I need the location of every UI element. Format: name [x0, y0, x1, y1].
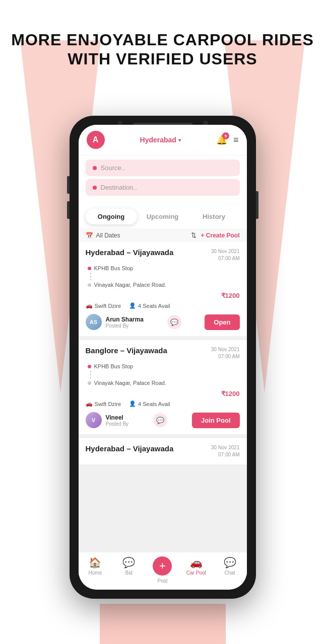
from-label: KPHB Bus Stop — [94, 265, 134, 271]
ride-card: Hyderabad – Vijayawada 30 Nov 2021 07:00… — [79, 242, 247, 336]
nav-home[interactable]: 🏠 Home — [79, 556, 112, 584]
nav-bid-label: Bid — [125, 570, 132, 576]
from-label: KPHB Bus Stop — [94, 363, 134, 369]
car-info: 🚗 Swift Dzire — [86, 400, 121, 407]
nav-carpool-label: Car Pool — [186, 570, 206, 576]
to-label: Vinayak Nagar, Palace Road. — [94, 282, 167, 288]
app-logo: A — [87, 131, 105, 149]
ride-meta: 🚗 Swift Dzire 👤 4 Seats Avail — [86, 400, 240, 407]
location-selector[interactable]: Hyderabad ▾ — [140, 136, 181, 144]
post-add-icon: + — [153, 556, 172, 576]
destination-placeholder: Destination.. — [101, 184, 137, 191]
join-pool-button[interactable]: Join Pool — [192, 413, 240, 428]
ride-card: Banglore – Vijayawada 30 Nov 2021 07:00 … — [79, 340, 247, 434]
stop-dot-to — [88, 381, 91, 385]
ride-route: Banglore – Vijayawada — [86, 346, 167, 355]
seats-label: 4 Seats Avail — [138, 401, 170, 407]
poster-info: V Vineel Posted By — [86, 412, 129, 428]
open-button[interactable]: Open — [205, 314, 239, 330]
stop-from: KPHB Bus Stop — [88, 265, 240, 271]
header-actions: 🔔 5 ≡ — [216, 134, 239, 145]
ride-price: ₹1200 — [86, 292, 240, 299]
seats-info: 👤 4 Seats Avail — [129, 302, 170, 309]
app-header: A Hyderabad ▾ 🔔 5 ≡ — [79, 125, 247, 155]
calendar-icon: 📅 — [86, 232, 93, 239]
chat-nav-icon: 💬 — [224, 556, 236, 569]
ride-header: Hyderabad – Vijayawada 30 Nov 2021 07:00… — [86, 248, 240, 262]
poster-name: Arun Sharma — [106, 316, 144, 323]
poster-name: Vineel — [106, 414, 129, 421]
stop-line — [90, 273, 91, 281]
home-icon: 🏠 — [89, 556, 101, 569]
page-header: MORE ENJOYABLE CARPOOL RIDES WITH VERIFI… — [0, 30, 325, 69]
search-area: Source.. Destination.. — [79, 155, 247, 205]
tab-ongoing[interactable]: Ongoing — [86, 209, 137, 224]
create-pool-button[interactable]: + Create Pool — [201, 232, 239, 239]
poster-label: Posted By — [106, 421, 129, 427]
nav-chat[interactable]: 💬 Chat — [213, 556, 247, 584]
headline: MORE ENJOYABLE CARPOOL RIDES WITH VERIFI… — [0, 30, 325, 69]
avatar: V — [86, 412, 102, 428]
chevron-down-icon: ▾ — [178, 137, 181, 143]
ride-time: 07:00 AM — [211, 451, 240, 458]
ride-footer: AS Arun Sharma Posted By 💬 Open — [86, 314, 240, 330]
source-field[interactable]: Source.. — [86, 159, 240, 176]
ride-footer: V Vineel Posted By 💬 Join Pool — [86, 412, 240, 428]
chat-button[interactable]: 💬 — [153, 413, 167, 427]
ride-stops: KPHB Bus Stop Vinayak Nagar, Palace Road… — [88, 363, 240, 386]
ride-date: 30 Nov 2021 — [211, 248, 240, 255]
stop-line — [90, 371, 91, 379]
ride-datetime: 30 Nov 2021 07:00 AM — [211, 346, 240, 360]
filter-right: ⇅ + Create Pool — [191, 231, 239, 239]
ride-route: Hyderabad – Vijayawada — [86, 444, 174, 453]
seats-icon: 👤 — [129, 302, 136, 309]
nav-post[interactable]: + Post — [146, 556, 179, 584]
chat-button[interactable]: 💬 — [167, 315, 181, 329]
ride-date: 30 Nov 2021 — [211, 444, 240, 451]
nav-carpool[interactable]: 🚗 Car Pool — [179, 556, 213, 584]
date-filter[interactable]: 📅 All Dates — [86, 232, 120, 239]
ride-date: 30 Nov 2021 — [211, 346, 240, 353]
ride-datetime: 30 Nov 2021 07:00 AM — [211, 248, 240, 262]
date-label: All Dates — [96, 232, 120, 239]
seats-label: 4 Seats Avail — [138, 303, 170, 309]
headline-line2: WITH VERIFIED USERS — [68, 50, 257, 68]
destination-field[interactable]: Destination.. — [86, 179, 240, 196]
ride-price: ₹1200 — [86, 390, 240, 397]
nav-bid[interactable]: 💬 Bid — [112, 556, 146, 584]
poster-details: Vineel Posted By — [106, 414, 129, 427]
carpool-icon: 🚗 — [190, 556, 203, 569]
car-info: 🚗 Swift Dzire — [86, 302, 121, 309]
poster-details: Arun Sharma Posted By — [106, 316, 144, 329]
stop-dot-from — [88, 267, 91, 270]
ride-stops: KPHB Bus Stop Vinayak Nagar, Palace Road… — [88, 265, 240, 288]
stop-to: Vinayak Nagar, Palace Road. — [88, 380, 240, 386]
ride-time: 07:00 AM — [211, 255, 240, 262]
sort-icon[interactable]: ⇅ — [191, 231, 197, 239]
ride-card: Hyderabad – Vijayawada 30 Nov 2021 07:00… — [79, 438, 247, 464]
nav-chat-label: Chat — [225, 570, 235, 576]
location-label: Hyderabad — [140, 136, 176, 144]
ride-route: Hyderabad – Vijayawada — [86, 248, 174, 257]
tab-upcoming[interactable]: Upcoming — [137, 209, 188, 224]
notification-badge: 5 — [222, 132, 229, 139]
stop-dot-from — [88, 365, 91, 368]
menu-icon[interactable]: ≡ — [233, 135, 239, 145]
avatar: AS — [86, 314, 102, 330]
bottom-nav: 🏠 Home 💬 Bid + Post 🚗 Car Pool 💬 Chat — [79, 552, 247, 590]
car-name: Swift Dzire — [95, 303, 121, 309]
notification-button[interactable]: 🔔 5 — [216, 134, 227, 145]
ride-tabs: Ongoing Upcoming History — [79, 205, 247, 228]
poster-label: Posted By — [106, 323, 144, 329]
poster-info: AS Arun Sharma Posted By — [86, 314, 144, 330]
bg-bottom-rect — [100, 604, 226, 644]
stop-to: Vinayak Nagar, Palace Road. — [88, 282, 240, 288]
destination-dot — [93, 186, 97, 190]
to-label: Vinayak Nagar, Palace Road. — [94, 380, 167, 386]
rides-list: Hyderabad – Vijayawada 30 Nov 2021 07:00… — [79, 242, 247, 576]
car-name: Swift Dzire — [95, 401, 121, 407]
car-icon: 🚗 — [86, 302, 93, 309]
ride-datetime: 30 Nov 2021 07:00 AM — [211, 444, 240, 458]
tab-history[interactable]: History — [188, 209, 240, 224]
nav-home-label: Home — [89, 570, 102, 576]
